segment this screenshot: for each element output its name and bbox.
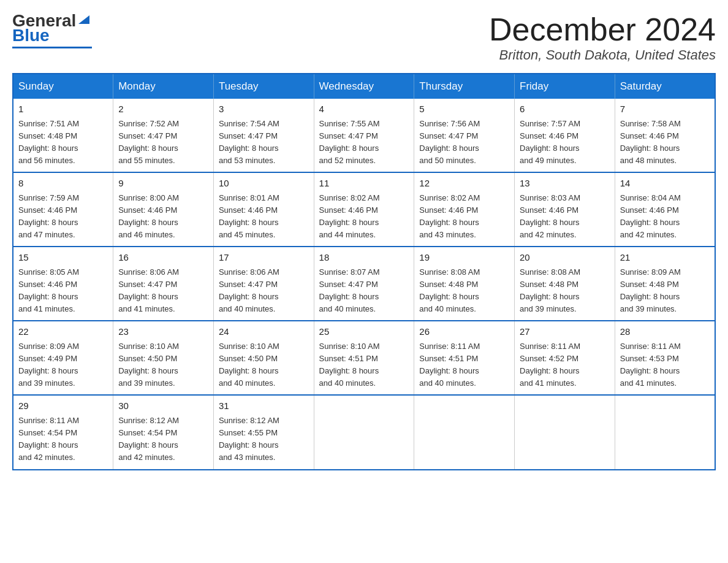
day-number: 2 [118, 102, 208, 117]
day-info: Sunrise: 8:08 AMSunset: 4:48 PMDaylight:… [419, 267, 480, 313]
calendar-week-row: 1 Sunrise: 7:51 AMSunset: 4:48 PMDayligh… [13, 99, 715, 172]
day-number: 21 [620, 251, 710, 265]
calendar-week-row: 29 Sunrise: 8:11 AMSunset: 4:54 PMDaylig… [13, 395, 715, 469]
table-row: 18 Sunrise: 8:07 AMSunset: 4:47 PMDaylig… [314, 247, 414, 321]
day-number: 13 [520, 177, 610, 191]
table-row: 20 Sunrise: 8:08 AMSunset: 4:48 PMDaylig… [515, 247, 615, 321]
day-info: Sunrise: 8:12 AMSunset: 4:54 PMDaylight:… [118, 416, 179, 462]
table-row: 19 Sunrise: 8:08 AMSunset: 4:48 PMDaylig… [414, 247, 515, 321]
day-number: 6 [520, 102, 610, 117]
calendar-table: Sunday Monday Tuesday Wednesday Thursday… [12, 73, 716, 470]
table-row: 7 Sunrise: 7:58 AMSunset: 4:46 PMDayligh… [615, 99, 715, 172]
day-info: Sunrise: 7:51 AMSunset: 4:48 PMDaylight:… [18, 119, 79, 165]
table-row: 14 Sunrise: 8:04 AMSunset: 4:46 PMDaylig… [615, 172, 715, 247]
table-row [414, 395, 515, 469]
col-tuesday: Tuesday [213, 74, 314, 99]
table-row: 22 Sunrise: 8:09 AMSunset: 4:49 PMDaylig… [13, 321, 113, 395]
calendar-week-row: 15 Sunrise: 8:05 AMSunset: 4:46 PMDaylig… [13, 247, 715, 321]
day-number: 27 [520, 325, 610, 339]
day-info: Sunrise: 7:58 AMSunset: 4:46 PMDaylight:… [620, 119, 681, 165]
day-info: Sunrise: 7:55 AMSunset: 4:47 PMDaylight:… [319, 119, 380, 165]
table-row: 24 Sunrise: 8:10 AMSunset: 4:50 PMDaylig… [213, 321, 314, 395]
day-info: Sunrise: 8:10 AMSunset: 4:50 PMDaylight:… [219, 342, 279, 388]
location-subtitle: Britton, South Dakota, United States [489, 47, 716, 63]
col-saturday: Saturday [615, 74, 715, 99]
day-number: 4 [319, 102, 409, 117]
table-row: 28 Sunrise: 8:11 AMSunset: 4:53 PMDaylig… [615, 321, 715, 395]
table-row: 30 Sunrise: 8:12 AMSunset: 4:54 PMDaylig… [113, 395, 214, 469]
table-row [515, 395, 615, 469]
day-info: Sunrise: 8:09 AMSunset: 4:49 PMDaylight:… [18, 342, 79, 388]
table-row: 17 Sunrise: 8:06 AMSunset: 4:47 PMDaylig… [213, 247, 314, 321]
day-number: 29 [18, 399, 108, 413]
day-number: 22 [18, 325, 108, 339]
table-row: 4 Sunrise: 7:55 AMSunset: 4:47 PMDayligh… [314, 99, 414, 172]
svg-marker-0 [78, 15, 89, 24]
day-number: 14 [620, 177, 710, 191]
day-number: 30 [118, 399, 208, 413]
day-info: Sunrise: 8:08 AMSunset: 4:48 PMDaylight:… [520, 267, 580, 313]
day-info: Sunrise: 7:57 AMSunset: 4:46 PMDaylight:… [520, 119, 580, 165]
logo-divider [12, 47, 92, 48]
day-info: Sunrise: 8:09 AMSunset: 4:48 PMDaylight:… [620, 267, 681, 313]
logo-blue-text: Blue [12, 27, 50, 44]
table-row: 1 Sunrise: 7:51 AMSunset: 4:48 PMDayligh… [13, 99, 113, 172]
table-row [615, 395, 715, 469]
day-number: 16 [118, 251, 208, 265]
month-title: December 2024 [489, 12, 716, 47]
col-thursday: Thursday [414, 74, 515, 99]
table-row: 9 Sunrise: 8:00 AMSunset: 4:46 PMDayligh… [113, 172, 214, 247]
table-row: 16 Sunrise: 8:06 AMSunset: 4:47 PMDaylig… [113, 247, 214, 321]
table-row: 12 Sunrise: 8:02 AMSunset: 4:46 PMDaylig… [414, 172, 515, 247]
day-info: Sunrise: 8:11 AMSunset: 4:53 PMDaylight:… [620, 342, 681, 388]
table-row [314, 395, 414, 469]
table-row: 10 Sunrise: 8:01 AMSunset: 4:46 PMDaylig… [213, 172, 314, 247]
table-row: 25 Sunrise: 8:10 AMSunset: 4:51 PMDaylig… [314, 321, 414, 395]
day-info: Sunrise: 8:03 AMSunset: 4:46 PMDaylight:… [520, 193, 580, 239]
day-number: 1 [18, 102, 108, 117]
day-number: 24 [219, 325, 309, 339]
col-sunday: Sunday [13, 74, 113, 99]
day-number: 19 [419, 251, 509, 265]
day-info: Sunrise: 8:06 AMSunset: 4:47 PMDaylight:… [219, 267, 279, 313]
logo: General Blue [12, 12, 92, 48]
col-friday: Friday [515, 74, 615, 99]
day-info: Sunrise: 8:07 AMSunset: 4:47 PMDaylight:… [319, 267, 380, 313]
table-row: 29 Sunrise: 8:11 AMSunset: 4:54 PMDaylig… [13, 395, 113, 469]
table-row: 23 Sunrise: 8:10 AMSunset: 4:50 PMDaylig… [113, 321, 214, 395]
day-info: Sunrise: 8:10 AMSunset: 4:51 PMDaylight:… [319, 342, 380, 388]
day-number: 8 [18, 177, 108, 191]
day-info: Sunrise: 8:12 AMSunset: 4:55 PMDaylight:… [219, 416, 279, 462]
day-info: Sunrise: 7:52 AMSunset: 4:47 PMDaylight:… [118, 119, 179, 165]
day-number: 5 [419, 102, 509, 117]
day-number: 9 [118, 177, 208, 191]
day-info: Sunrise: 8:01 AMSunset: 4:46 PMDaylight:… [219, 193, 279, 239]
day-info: Sunrise: 8:11 AMSunset: 4:54 PMDaylight:… [18, 416, 79, 462]
table-row: 6 Sunrise: 7:57 AMSunset: 4:46 PMDayligh… [515, 99, 615, 172]
table-row: 11 Sunrise: 8:02 AMSunset: 4:46 PMDaylig… [314, 172, 414, 247]
day-info: Sunrise: 8:02 AMSunset: 4:46 PMDaylight:… [319, 193, 380, 239]
day-number: 12 [419, 177, 509, 191]
day-number: 10 [219, 177, 309, 191]
col-wednesday: Wednesday [314, 74, 414, 99]
title-block: December 2024 Britton, South Dakota, Uni… [489, 12, 716, 63]
table-row: 15 Sunrise: 8:05 AMSunset: 4:46 PMDaylig… [13, 247, 113, 321]
day-number: 20 [520, 251, 610, 265]
table-row: 27 Sunrise: 8:11 AMSunset: 4:52 PMDaylig… [515, 321, 615, 395]
table-row: 26 Sunrise: 8:11 AMSunset: 4:51 PMDaylig… [414, 321, 515, 395]
day-info: Sunrise: 8:10 AMSunset: 4:50 PMDaylight:… [118, 342, 179, 388]
col-monday: Monday [113, 74, 214, 99]
day-number: 31 [219, 399, 309, 413]
calendar-week-row: 22 Sunrise: 8:09 AMSunset: 4:49 PMDaylig… [13, 321, 715, 395]
day-info: Sunrise: 8:00 AMSunset: 4:46 PMDaylight:… [118, 193, 179, 239]
day-number: 26 [419, 325, 509, 339]
day-number: 18 [319, 251, 409, 265]
day-number: 23 [118, 325, 208, 339]
day-info: Sunrise: 8:04 AMSunset: 4:46 PMDaylight:… [620, 193, 681, 239]
day-number: 7 [620, 102, 710, 117]
day-number: 17 [219, 251, 309, 265]
day-info: Sunrise: 7:56 AMSunset: 4:47 PMDaylight:… [419, 119, 480, 165]
day-number: 3 [219, 102, 309, 117]
table-row: 21 Sunrise: 8:09 AMSunset: 4:48 PMDaylig… [615, 247, 715, 321]
day-info: Sunrise: 8:11 AMSunset: 4:51 PMDaylight:… [419, 342, 480, 388]
